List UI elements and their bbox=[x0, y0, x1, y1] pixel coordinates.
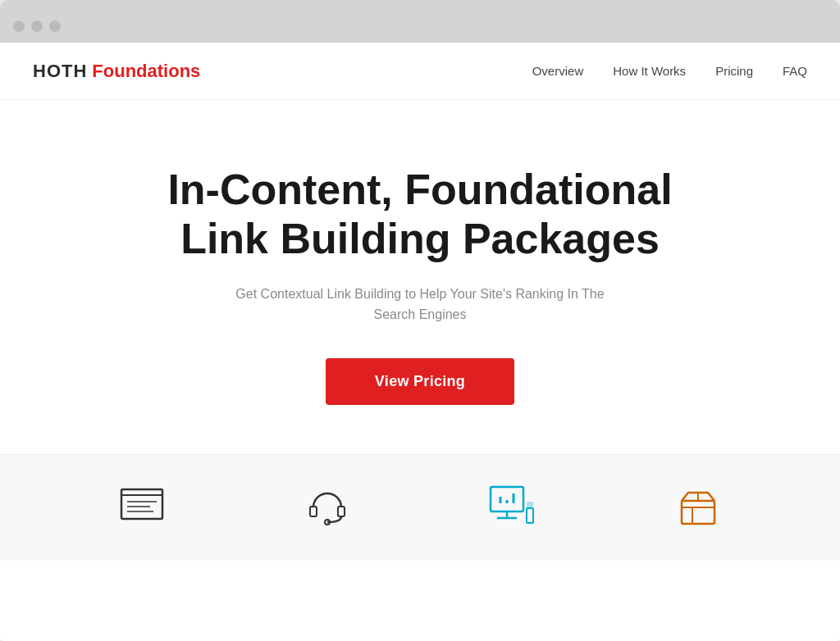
hero-subtitle: Get Contextual Link Building to Help You… bbox=[235, 284, 605, 325]
svg-rect-19 bbox=[682, 501, 714, 524]
hero-section: In-Content, Foundational Link Building P… bbox=[0, 100, 840, 454]
nav-link-pricing[interactable]: Pricing bbox=[715, 64, 753, 78]
svg-rect-5 bbox=[310, 507, 317, 516]
brand-hoth: HOTH bbox=[33, 61, 87, 82]
navbar-links: Overview How It Works Pricing FAQ bbox=[532, 64, 807, 78]
icon-item-package bbox=[673, 483, 723, 532]
nav-link-how-it-works[interactable]: How It Works bbox=[613, 64, 686, 78]
hero-title: In-Content, Foundational Link Building P… bbox=[133, 166, 707, 264]
bottom-icon-strip bbox=[0, 454, 840, 561]
view-pricing-button[interactable]: View Pricing bbox=[326, 358, 514, 405]
nav-link-overview[interactable]: Overview bbox=[532, 64, 584, 78]
svg-rect-6 bbox=[338, 507, 345, 516]
svg-rect-17 bbox=[505, 500, 509, 503]
svg-rect-11 bbox=[527, 508, 533, 523]
icon-item-headset bbox=[303, 483, 352, 532]
headset-icon bbox=[303, 483, 352, 532]
browser-dot-3 bbox=[49, 20, 61, 32]
browser-content: HOTH Foundations Overview How It Works P… bbox=[0, 43, 840, 641]
icon-item-monitor-chart bbox=[488, 483, 537, 532]
browser-chrome bbox=[0, 0, 840, 43]
navbar: HOTH Foundations Overview How It Works P… bbox=[0, 43, 840, 100]
brand: HOTH Foundations bbox=[33, 61, 200, 82]
browser-dot-1 bbox=[13, 20, 25, 32]
browser-dot-2 bbox=[31, 20, 43, 32]
brand-sub: Foundations bbox=[92, 61, 200, 82]
icon-item-screen bbox=[117, 483, 167, 532]
monitor-chart-icon bbox=[488, 483, 537, 532]
svg-rect-16 bbox=[499, 497, 502, 503]
svg-rect-18 bbox=[512, 493, 515, 503]
svg-rect-12 bbox=[527, 502, 533, 508]
nav-link-faq[interactable]: FAQ bbox=[783, 64, 807, 78]
svg-rect-0 bbox=[121, 489, 162, 519]
screen-icon bbox=[117, 483, 167, 532]
package-icon bbox=[673, 483, 723, 532]
svg-rect-8 bbox=[491, 487, 523, 511]
